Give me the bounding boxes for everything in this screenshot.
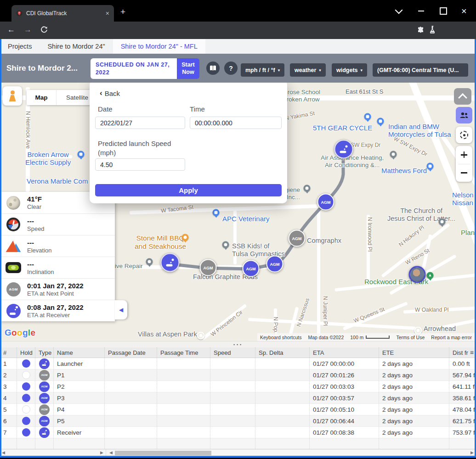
user-avatar-marker[interactable] bbox=[409, 266, 426, 283]
agm-marker[interactable]: AGM bbox=[243, 260, 260, 277]
units-dropdown[interactable]: mph / ft / °f▾ bbox=[241, 63, 284, 77]
agm-marker[interactable]: AGM bbox=[266, 256, 283, 273]
sidebar-collapse-button[interactable]: ◀ bbox=[115, 300, 127, 319]
time-input[interactable] bbox=[190, 117, 282, 129]
pegman-button[interactable] bbox=[3, 86, 22, 106]
map-type-map-button[interactable]: Map bbox=[27, 90, 57, 105]
panel-expand-button[interactable] bbox=[454, 88, 471, 105]
window-maximize-button[interactable] bbox=[440, 0, 449, 22]
hold-toggle[interactable] bbox=[22, 394, 30, 402]
map-data-text: Map data ©2022 bbox=[308, 335, 344, 340]
window-minimize-button[interactable] bbox=[418, 0, 427, 22]
table-row[interactable]: 5AGMP401/27 00:05:102 days ago478.04 ft bbox=[0, 404, 476, 415]
zoom-in-button[interactable] bbox=[456, 146, 472, 164]
scroll-left-icon[interactable]: ◀ bbox=[2, 450, 5, 455]
widget-eta-at-receiver[interactable]: 0:08 Jan 27, 2022ETA at Receiver bbox=[0, 300, 115, 321]
scroll-right-icon[interactable]: ▶ bbox=[100, 450, 103, 455]
cell-ete: 2 days ago bbox=[379, 415, 449, 427]
column-header-passage-date[interactable]: Passage Date bbox=[105, 347, 157, 358]
hold-toggle[interactable] bbox=[22, 417, 30, 425]
window-close-button[interactable]: × bbox=[461, 0, 470, 22]
window-chevron-button[interactable] bbox=[396, 0, 405, 22]
widget-eta-at-next-point[interactable]: AGM0:01 Jan 27, 2022ETA at Next Point bbox=[0, 278, 115, 300]
browser-tab[interactable]: CDI GlobalTrack × bbox=[11, 5, 114, 22]
widget-value: --- bbox=[27, 260, 54, 269]
widgets-dropdown[interactable]: widgets▾ bbox=[332, 63, 367, 77]
date-input[interactable] bbox=[95, 117, 185, 129]
scale-bar-icon bbox=[366, 336, 390, 339]
agm-marker[interactable]: AGM bbox=[289, 230, 306, 247]
moon-icon bbox=[6, 196, 20, 210]
table-row[interactable]: 7Receiver01/27 00:08:382 days ago753.97 … bbox=[0, 427, 476, 438]
column-header-dist-fr[interactable]: Dist fr≡ bbox=[449, 347, 476, 358]
cell-ete: 2 days ago bbox=[379, 381, 449, 392]
hold-toggle[interactable] bbox=[22, 382, 30, 391]
crew-button[interactable] bbox=[456, 107, 472, 123]
column-header-sp-delta[interactable]: Sp. Delta bbox=[255, 347, 310, 358]
google-logo[interactable]: Google bbox=[5, 328, 35, 338]
my-location-button[interactable] bbox=[456, 127, 472, 143]
table-row[interactable]: 6AGMP501/27 00:06:442 days ago621.75 ft bbox=[0, 415, 476, 427]
column-header-hold[interactable]: Hold bbox=[17, 347, 35, 358]
hold-toggle[interactable] bbox=[22, 371, 30, 379]
receiver-marker[interactable] bbox=[334, 140, 353, 159]
tab-close-icon[interactable]: × bbox=[106, 10, 109, 17]
cell-passage_date bbox=[105, 404, 157, 415]
cell-name: P4 bbox=[54, 404, 105, 415]
widget-inclination[interactable]: ---Inclination bbox=[0, 257, 115, 278]
hold-toggle[interactable] bbox=[22, 359, 30, 368]
zoom-out-button[interactable] bbox=[456, 164, 472, 182]
column-header-speed[interactable]: Speed bbox=[210, 347, 255, 358]
new-tab-button[interactable]: + bbox=[120, 7, 125, 16]
widget-speed[interactable]: ---Speed bbox=[0, 213, 115, 235]
browser-titlebar: CDI GlobalTrack × + × bbox=[0, 0, 476, 22]
agm-marker[interactable]: AGM bbox=[200, 259, 217, 276]
column-header--[interactable]: # bbox=[0, 347, 17, 358]
cell-dist: 358.61 ft bbox=[449, 392, 476, 404]
scheduled-button[interactable]: SCHEDULED ON JAN 27, 2022 bbox=[91, 58, 177, 79]
table-row[interactable]: 3AGMP201/27 00:03:032 days ago641.11 ft bbox=[0, 381, 476, 392]
column-header-ete[interactable]: ETE bbox=[379, 347, 449, 358]
agm-marker[interactable]: AGM bbox=[317, 194, 334, 211]
table-row[interactable]: 4AGMP301/27 00:03:572 days ago358.61 ft bbox=[0, 392, 476, 404]
map-poi-pin-gray-icon bbox=[304, 185, 311, 192]
apply-button[interactable]: Apply bbox=[95, 184, 282, 196]
scroll-right-icon[interactable]: ▶ bbox=[470, 450, 474, 455]
help-button[interactable]: ? bbox=[224, 62, 238, 75]
predicted-speed-input[interactable] bbox=[95, 158, 185, 171]
back-button[interactable]: ← bbox=[7, 25, 15, 34]
hold-toggle[interactable] bbox=[22, 428, 30, 437]
extensions-puzzle-icon[interactable] bbox=[417, 27, 424, 36]
column-header-passage-time[interactable]: Passage Time bbox=[157, 347, 210, 358]
terms-link[interactable]: Terms of Use bbox=[396, 335, 425, 340]
start-now-button[interactable]: Start Now bbox=[177, 58, 199, 79]
panel-resize-handle[interactable]: ··· bbox=[0, 341, 476, 348]
keyboard-shortcuts-link[interactable]: Keyboard shortcuts bbox=[260, 335, 301, 340]
flask-icon[interactable] bbox=[429, 26, 436, 36]
timezone-dropdown[interactable]: (GMT-06:00) Central Time (U... bbox=[373, 63, 468, 77]
cell-eta: 01/27 00:03:57 bbox=[310, 392, 379, 404]
table-row[interactable]: 1Launcher01/27 00:00:002 days ago0.00 ft bbox=[0, 358, 476, 369]
hold-toggle[interactable] bbox=[22, 405, 30, 414]
map-poi-pin-gray-icon bbox=[439, 218, 446, 225]
dialog-back-button[interactable]: ‹ Back bbox=[100, 89, 120, 98]
nav-tab[interactable]: Projects bbox=[0, 39, 40, 54]
widget-elevation[interactable]: ---Elevation bbox=[0, 235, 115, 257]
nav-tab[interactable]: Shire to Mordor 24" - MFL bbox=[113, 39, 205, 54]
launcher-marker[interactable] bbox=[161, 253, 180, 272]
column-header-eta[interactable]: ETA bbox=[310, 347, 379, 358]
table-row[interactable]: 2AGMP101/27 00:01:262 days ago567.94 ft bbox=[0, 369, 476, 381]
map-canvas[interactable]: Primrose School of Broken ArrowEast 61st… bbox=[0, 83, 476, 341]
cell-dist: 0.00 ft bbox=[449, 358, 476, 369]
report-error-link[interactable]: Report a map error bbox=[431, 335, 472, 340]
column-header-name[interactable]: Name bbox=[54, 347, 105, 358]
column-header-type[interactable]: Type bbox=[35, 347, 54, 358]
logbook-button[interactable] bbox=[206, 62, 220, 75]
scroll-left-icon[interactable]: ◀ bbox=[109, 450, 113, 455]
map-scale: 100 m bbox=[350, 335, 390, 340]
reload-button[interactable] bbox=[40, 26, 48, 36]
weather-dropdown[interactable]: weather▾ bbox=[290, 63, 326, 77]
forward-button[interactable]: → bbox=[24, 25, 32, 34]
nav-tab[interactable]: Shire to Mordor 24" bbox=[40, 39, 113, 54]
scrollbar-thumb[interactable] bbox=[115, 451, 211, 455]
